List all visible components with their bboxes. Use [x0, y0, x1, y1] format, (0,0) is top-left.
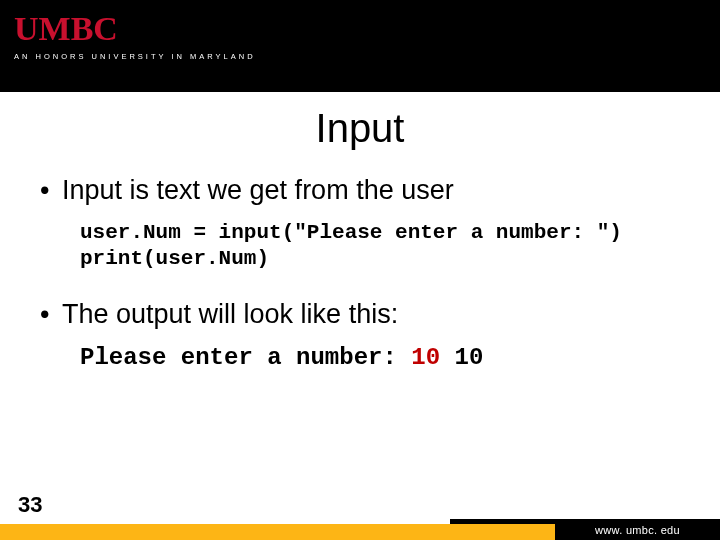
slide: UMBC AN HONORS UNIVERSITY IN MARYLAND In… — [0, 0, 720, 540]
bullet-2: The output will look like this: — [40, 299, 700, 330]
bullet-1: Input is text we get from the user — [40, 175, 700, 206]
output-user-typed: 10 — [411, 344, 440, 371]
slide-title: Input — [0, 106, 720, 151]
page-number: 33 — [18, 492, 42, 518]
logo-tagline: AN HONORS UNIVERSITY IN MARYLAND — [14, 52, 256, 61]
header-bar: UMBC AN HONORS UNIVERSITY IN MARYLAND — [0, 0, 720, 92]
output-prompt: Please enter a number: — [80, 344, 411, 371]
footer: www. umbc. edu — [0, 516, 720, 540]
output-block: Please enter a number: 10 10 — [40, 344, 700, 373]
footer-url-box: www. umbc. edu — [555, 519, 720, 540]
slide-body: Input is text we get from the user user.… — [0, 175, 720, 372]
footer-url: www. umbc. edu — [595, 524, 680, 536]
code-line-2: print(user.Num) — [80, 247, 269, 270]
logo-area: UMBC AN HONORS UNIVERSITY IN MARYLAND — [14, 12, 256, 61]
code-block-1: user.Num = input("Please enter a number:… — [40, 220, 700, 273]
output-echo: 10 — [454, 344, 483, 371]
code-line-1: user.Num = input("Please enter a number:… — [80, 221, 622, 244]
logo-text: UMBC — [14, 12, 256, 46]
